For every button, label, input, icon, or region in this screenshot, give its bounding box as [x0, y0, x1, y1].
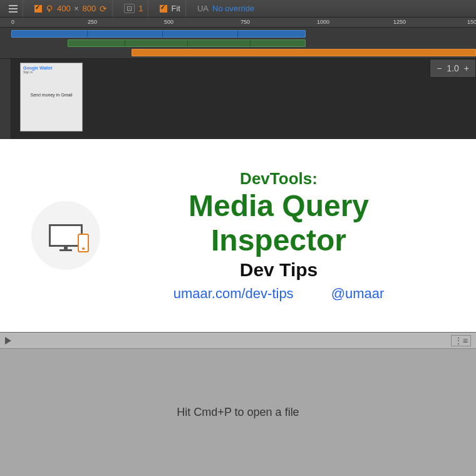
viewport-width[interactable]: 400	[57, 4, 71, 13]
dimensions-section: ⟲ 400 × 800 ⟳	[29, 0, 113, 17]
open-file-hint: Hit Cmd+P to open a file	[177, 406, 299, 419]
ruler-tick: 250	[88, 19, 97, 25]
ruler-tick: 1500	[467, 19, 476, 25]
media-query-bar-min[interactable]	[132, 49, 476, 56]
phone-icon	[78, 234, 89, 252]
panel-tabbar: ⋮≡	[0, 333, 476, 349]
card-subtitle: Dev Tips	[100, 259, 457, 281]
dpr-value[interactable]: 1	[138, 4, 143, 13]
zoom-out-button[interactable]: −	[437, 63, 442, 73]
ruler-tick: 750	[241, 19, 250, 25]
preview-viewport[interactable]: Google Wallet Sign in Send money in Gmai…	[11, 59, 476, 139]
card-text: DevTools: Media Query Inspector Dev Tips…	[100, 169, 457, 303]
ua-section: UA No override	[192, 0, 259, 17]
media-query-bar-max[interactable]	[11, 30, 306, 38]
title-card: DevTools: Media Query Inspector Dev Tips…	[0, 139, 476, 332]
viewport-height[interactable]: 800	[83, 4, 96, 13]
ruler-tick: 0	[11, 19, 14, 25]
zoom-level: 1.0	[447, 63, 458, 73]
fit-section: Fit	[155, 0, 185, 17]
panel-menu-icon[interactable]: ⋮≡	[451, 335, 471, 346]
card-pretitle: DevTools:	[100, 169, 457, 189]
site-tagline: Send money in Gmail	[23, 93, 80, 97]
swap-dimensions-icon[interactable]: ⟳	[100, 4, 107, 14]
website-link[interactable]: umaar.com/dev-tips	[173, 286, 294, 302]
media-query-inspector	[0, 28, 476, 59]
media-query-bar-range[interactable]	[68, 39, 306, 47]
card-links: umaar.com/dev-tips @umaar	[100, 286, 457, 302]
card-title-line2: Inspector	[100, 224, 457, 257]
ruler-tick: 1250	[393, 19, 406, 25]
device-preview: Google Wallet Sign in Send money in Gmai…	[0, 59, 476, 139]
sources-panel: ⋮≡ Hit Cmd+P to open a file	[0, 332, 476, 476]
twitter-link[interactable]: @umaar	[331, 286, 385, 302]
dpr-icon: ⊡	[124, 4, 135, 13]
viewport-dimensions[interactable]: 400 × 800	[57, 4, 96, 13]
zoom-control: − 1.0 +	[430, 59, 476, 78]
site-logo: Google Wallet	[23, 66, 80, 70]
devices-icon	[31, 201, 100, 270]
ruler-tick: 1000	[317, 19, 329, 25]
ruler-tick: 500	[164, 19, 173, 25]
zoom-in-button[interactable]: +	[464, 63, 469, 73]
dpr-section: ⊡ 1	[119, 0, 148, 17]
emulation-toggle[interactable]	[34, 5, 42, 13]
horizontal-ruler: 0 250 500 750 1000 1250 1500	[0, 18, 476, 28]
card-title-line1: Media Query	[100, 190, 457, 223]
signin-link: Sign in	[23, 70, 80, 74]
fit-label: Fit	[171, 4, 180, 13]
rotate-icon[interactable]: ⟲	[44, 5, 54, 13]
ua-value[interactable]: No override	[212, 4, 254, 13]
navigator-toggle-icon[interactable]	[5, 337, 11, 344]
fit-toggle[interactable]	[160, 5, 167, 13]
device-toolbar: ⟲ 400 × 800 ⟳ ⊡ 1 Fit UA No override	[0, 0, 476, 18]
dimension-separator: ×	[74, 4, 79, 13]
panel-body: Hit Cmd+P to open a file	[0, 349, 476, 476]
drawer-icon[interactable]	[9, 5, 18, 13]
page-thumbnail: Google Wallet Sign in Send money in Gmai…	[20, 63, 83, 132]
vertical-ruler	[0, 59, 11, 139]
ua-label: UA	[197, 4, 209, 13]
toolbar-left	[4, 0, 23, 17]
